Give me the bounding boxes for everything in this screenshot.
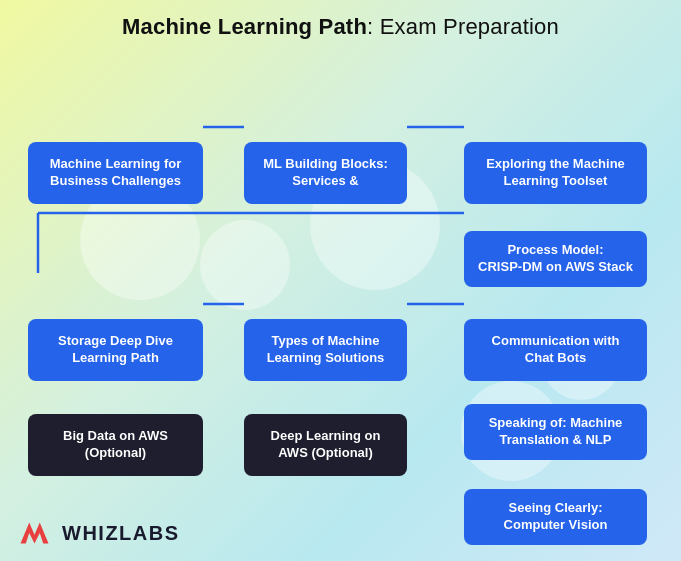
node-n11[interactable]: Seeing Clearly:Computer Vision <box>464 489 647 545</box>
node-n4[interactable]: Process Model:CRISP-DM on AWS Stack <box>464 231 647 287</box>
whizlabs-logo-icon <box>20 519 56 547</box>
node-n1[interactable]: Machine Learning forBusiness Challenges <box>28 142 203 204</box>
bg-decor-2 <box>200 220 290 310</box>
node-n5[interactable]: Storage Deep DiveLearning Path <box>28 319 203 381</box>
node-n10[interactable]: Speaking of: MachineTranslation & NLP <box>464 404 647 460</box>
node-n7[interactable]: Communication withChat Bots <box>464 319 647 381</box>
title-bold: Machine Learning Path <box>122 14 367 39</box>
logo-text: WHIZLABS <box>62 522 180 545</box>
page-title: Machine Learning Path: Exam Preparation <box>16 14 665 40</box>
svg-marker-11 <box>21 523 49 544</box>
node-n6[interactable]: Types of MachineLearning Solutions <box>244 319 407 381</box>
node-n2[interactable]: ML Building Blocks:Services & <box>244 142 407 204</box>
main-container: Machine Learning Path: Exam Preparation … <box>0 0 681 561</box>
title-regular: : Exam Preparation <box>367 14 559 39</box>
node-n9[interactable]: Deep Learning onAWS (Optional) <box>244 414 407 476</box>
node-n8[interactable]: Big Data on AWS(Optional) <box>28 414 203 476</box>
logo: WHIZLABS <box>20 519 180 547</box>
node-n3[interactable]: Exploring the MachineLearning Toolset <box>464 142 647 204</box>
